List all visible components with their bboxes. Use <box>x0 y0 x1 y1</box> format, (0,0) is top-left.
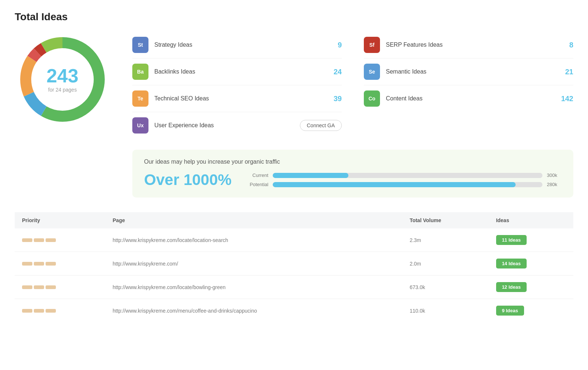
potential-bar-value: 280k <box>547 182 562 187</box>
ux-badge: Ux <box>132 117 148 134</box>
top-section: 243 for 24 pages St Strategy Ideas 9 Ba … <box>15 32 573 198</box>
technical-badge: Te <box>132 90 148 107</box>
idea-row-serp: Sf SERP Features Ideas 8 <box>364 32 573 58</box>
priority-bars <box>22 309 98 313</box>
table-row: http://www.krispykreme.com/menu/coffee-a… <box>15 299 573 323</box>
priority-bar <box>22 238 32 242</box>
strategy-count: 9 <box>331 41 342 49</box>
idea-row-content: Co Content Ideas 142 <box>364 85 573 112</box>
donut-subtitle: for 24 pages <box>47 87 79 93</box>
semantic-badge: Se <box>364 64 380 80</box>
strategy-badge: St <box>132 37 148 53</box>
priority-cell <box>15 275 105 299</box>
priority-bar <box>22 309 32 313</box>
volume-cell: 110.0k <box>402 299 489 323</box>
idea-row-backlinks: Ba Backlinks Ideas 24 <box>132 58 342 85</box>
potential-bar-label: Potential <box>246 182 268 187</box>
technical-count: 39 <box>331 95 342 103</box>
ideas-grid: St Strategy Ideas 9 Ba Backlinks Ideas 2… <box>132 32 573 198</box>
ideas-badge: 14 Ideas <box>496 259 527 268</box>
table-header-row: Priority Page Total Volume Ideas <box>15 212 573 228</box>
volume-cell: 2.0m <box>402 252 489 275</box>
page-cell: http://www.krispykreme.com/locate/locati… <box>105 228 402 252</box>
ideas-columns: St Strategy Ideas 9 Ba Backlinks Ideas 2… <box>132 32 573 139</box>
serp-badge: Sf <box>364 37 380 53</box>
priority-bar <box>22 285 32 289</box>
ux-label: User Experience Ideas <box>154 122 294 129</box>
backlinks-count: 24 <box>331 68 342 76</box>
ideas-left-column: St Strategy Ideas 9 Ba Backlinks Ideas 2… <box>132 32 342 139</box>
strategy-label: Strategy Ideas <box>154 42 325 48</box>
priority-cell <box>15 299 105 323</box>
table-row: http://www.krispykreme.com/locate/bowlin… <box>15 275 573 299</box>
col-priority: Priority <box>15 212 105 228</box>
content-count: 142 <box>561 95 573 103</box>
semantic-count: 21 <box>562 68 573 76</box>
potential-bar-track <box>273 182 542 187</box>
serp-label: SERP Features Ideas <box>386 42 556 48</box>
current-bar-track <box>273 173 542 178</box>
priority-bar <box>46 285 56 289</box>
volume-cell: 2.3m <box>402 228 489 252</box>
ideas-cell: 9 Ideas <box>489 299 573 323</box>
table-body: http://www.krispykreme.com/locate/locati… <box>15 228 573 322</box>
traffic-bar-current: Current 300k <box>246 172 562 178</box>
volume-cell: 673.0k <box>402 275 489 299</box>
traffic-big-text: Over 1000% <box>144 171 232 189</box>
current-bar-fill <box>273 173 348 178</box>
table-section: Priority Page Total Volume Ideas http://… <box>15 212 573 322</box>
traffic-headline: Our ideas may help you increase your org… <box>144 159 562 165</box>
ideas-table: Priority Page Total Volume Ideas http://… <box>15 212 573 322</box>
ideas-right-column: Sf SERP Features Ideas 8 Se Semantic Ide… <box>364 32 573 139</box>
donut-chart: 243 for 24 pages <box>15 32 110 127</box>
page-cell: http://www.krispykreme.com/ <box>105 252 402 275</box>
ideas-cell: 12 Ideas <box>489 275 573 299</box>
backlinks-label: Backlinks Ideas <box>154 68 325 75</box>
priority-bars <box>22 262 98 266</box>
table-row: http://www.krispykreme.com/locate/locati… <box>15 228 573 252</box>
donut-total: 243 <box>47 66 79 85</box>
backlinks-badge: Ba <box>132 64 148 80</box>
priority-bar <box>46 309 56 313</box>
ideas-cell: 14 Ideas <box>489 252 573 275</box>
priority-bar <box>46 238 56 242</box>
priority-bar <box>34 238 44 242</box>
potential-bar-fill <box>273 182 515 187</box>
priority-bar <box>34 262 44 266</box>
col-volume: Total Volume <box>402 212 489 228</box>
page-cell: http://www.krispykreme.com/locate/bowlin… <box>105 275 402 299</box>
traffic-bar-potential: Potential 280k <box>246 182 562 187</box>
priority-bars <box>22 238 98 242</box>
ideas-badge: 11 Ideas <box>496 235 527 245</box>
current-bar-label: Current <box>246 172 268 178</box>
idea-row-ux: Ux User Experience Ideas Connect GA <box>132 112 342 139</box>
priority-cell <box>15 252 105 275</box>
priority-cell <box>15 228 105 252</box>
priority-bar <box>46 262 56 266</box>
col-ideas: Ideas <box>489 212 573 228</box>
technical-label: Technical SEO Ideas <box>154 95 325 102</box>
traffic-bars: Current 300k Potential 280k <box>246 172 562 187</box>
current-bar-value: 300k <box>547 172 562 178</box>
serp-count: 8 <box>562 41 573 49</box>
idea-row-technical: Te Technical SEO Ideas 39 <box>132 85 342 112</box>
connect-ga-button[interactable]: Connect GA <box>300 120 342 131</box>
table-row: http://www.krispykreme.com/ 2.0m 14 Idea… <box>15 252 573 275</box>
semantic-label: Semantic Ideas <box>386 68 556 75</box>
content-label: Content Ideas <box>386 95 555 102</box>
donut-center: 243 for 24 pages <box>47 66 79 93</box>
priority-bar <box>34 309 44 313</box>
page-cell: http://www.krispykreme.com/menu/coffee-a… <box>105 299 402 323</box>
idea-row-strategy: St Strategy Ideas 9 <box>132 32 342 58</box>
priority-bar <box>22 262 32 266</box>
col-page: Page <box>105 212 402 228</box>
table-header: Priority Page Total Volume Ideas <box>15 212 573 228</box>
content-badge: Co <box>364 90 380 107</box>
traffic-box: Our ideas may help you increase your org… <box>132 150 573 198</box>
ideas-badge: 12 Ideas <box>496 282 527 292</box>
idea-row-semantic: Se Semantic Ideas 21 <box>364 58 573 85</box>
ideas-badge: 9 Ideas <box>496 306 524 316</box>
priority-bars <box>22 285 98 289</box>
traffic-content: Over 1000% Current 300k Potential <box>144 171 562 189</box>
ideas-cell: 11 Ideas <box>489 228 573 252</box>
